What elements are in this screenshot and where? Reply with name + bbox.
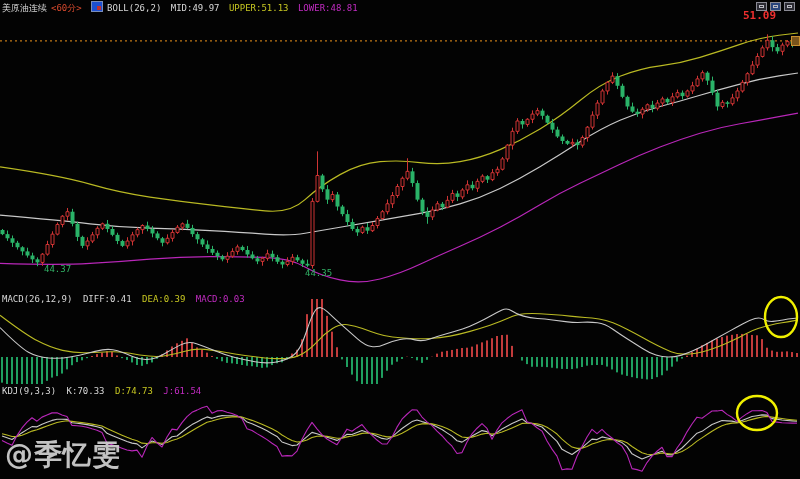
next-panel-icon[interactable] — [784, 2, 795, 11]
macd-macd-value: MACD:0.03 — [196, 294, 245, 304]
boll-upper-value: UPPER:51.13 — [229, 3, 289, 13]
macd-diff-value: DIFF:0.41 — [83, 294, 132, 304]
tile-panels-icon[interactable] — [756, 2, 767, 11]
marked-low-label-2: 44.35 — [305, 268, 332, 278]
watermark: @季忆雯 — [5, 436, 121, 474]
period-badge: <60分> — [51, 3, 82, 13]
chart-header: 美原油连续<60分> BOLL(26,2) MID:49.97 UPPER:51… — [2, 1, 362, 14]
kdj-j-value: J:61.54 — [163, 386, 201, 396]
boll-mid-value: MID:49.97 — [171, 3, 220, 13]
macd-param-label: MACD(26,12,9) — [2, 294, 72, 304]
boll-param-label: BOLL(26,2) — [107, 3, 161, 13]
kdj-k-value: K:70.33 — [67, 386, 105, 396]
trading-chart-window: 美原油连续<60分> BOLL(26,2) MID:49.97 UPPER:51… — [0, 0, 800, 479]
kdj-param-label: KDJ(9,3,3) — [2, 386, 56, 396]
macd-dea-value: DEA:0.39 — [142, 294, 185, 304]
indicator-icon — [91, 1, 103, 12]
chart-panel-icon[interactable] — [770, 2, 781, 11]
kdj-indicator-row: KDJ(9,3,3) K:70.33 D:74.73 J:61.54 — [2, 386, 206, 396]
macd-indicator-row: MACD(26,12,9) DIFF:0.41 DEA:0.39 MACD:0.… — [2, 294, 250, 304]
kdj-d-value: D:74.73 — [115, 386, 153, 396]
boll-lower-value: LOWER:48.81 — [298, 3, 358, 13]
window-toolbar — [756, 2, 795, 11]
symbol-name: 美原油连续 — [2, 3, 47, 13]
price-chart-canvas[interactable] — [0, 0, 800, 479]
last-price-tag — [791, 36, 800, 46]
marked-low-label-1: 44.37 — [44, 264, 71, 274]
